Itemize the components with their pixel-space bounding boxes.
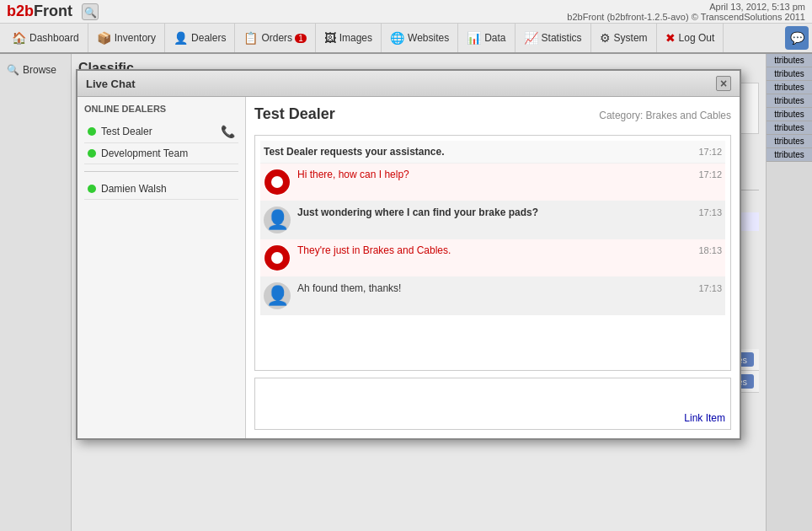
msg-main: They're just in Brakes and Cables. 18:13 xyxy=(297,244,722,256)
chat-dealer-name: Test Dealer xyxy=(254,105,335,123)
dealer-name-damien: Damien Walsh xyxy=(101,183,235,195)
modal-sidebar: Online Dealers Test Dealer 📞 Development… xyxy=(77,97,246,438)
message-row: Hi there, how can I help? 17:12 xyxy=(260,164,725,201)
message-row: They're just in Brakes and Cables. 18:13 xyxy=(260,239,725,277)
message-row: 👤 Ah found them, thanks! 17:13 xyxy=(260,277,725,315)
online-indicator xyxy=(88,149,96,158)
phone-icon[interactable]: 📞 xyxy=(221,125,235,138)
user-avatar: 👤 xyxy=(264,282,291,309)
chat-input[interactable] xyxy=(260,384,725,409)
chat-input-bottom: Link Item xyxy=(260,412,725,424)
dealer-name-devteam: Development Team xyxy=(101,148,235,159)
chat-input-area: Link Item xyxy=(254,378,731,430)
dealer-name-test: Test Dealer xyxy=(101,126,216,137)
modal-overlay: Live Chat × Online Dealers Test Dealer 📞… xyxy=(0,0,812,531)
dealer-item-test[interactable]: Test Dealer 📞 xyxy=(84,121,238,143)
dealer-item-devteam[interactable]: Development Team xyxy=(84,143,238,164)
msg-text: Hi there, how can I help? xyxy=(297,169,409,180)
chat-messages: Test Dealer requests your assistance. 17… xyxy=(254,135,731,371)
msg-time: 18:13 xyxy=(698,245,722,255)
chat-area: Test Dealer Category: Brakes and Cables … xyxy=(246,97,740,438)
modal-body: Online Dealers Test Dealer 📞 Development… xyxy=(77,97,740,438)
dealer-avatar xyxy=(264,244,291,271)
message-row: 👤 Just wondering where I can find your b… xyxy=(260,201,725,239)
chat-header: Test Dealer Category: Brakes and Cables xyxy=(254,105,731,128)
online-indicator xyxy=(88,127,96,136)
msg-main: Just wondering where I can find your bra… xyxy=(297,206,722,218)
online-indicator xyxy=(88,185,96,193)
online-dealers-label: Online Dealers xyxy=(84,104,238,114)
msg-main: Test Dealer requests your assistance. 17… xyxy=(264,146,722,158)
modal-header: Live Chat × xyxy=(77,71,740,97)
dealer-item-damien[interactable]: Damien Walsh xyxy=(84,179,238,200)
chat-category: Category: Brakes and Cables xyxy=(599,110,731,121)
modal-title: Live Chat xyxy=(86,78,136,90)
user-avatar: 👤 xyxy=(264,206,291,233)
msg-main: Ah found them, thanks! 17:13 xyxy=(297,282,722,294)
message-row: Test Dealer requests your assistance. 17… xyxy=(260,141,725,164)
msg-time: 17:12 xyxy=(698,147,722,157)
msg-main: Hi there, how can I help? 17:12 xyxy=(297,169,722,180)
msg-time: 17:13 xyxy=(698,283,722,293)
msg-time: 17:12 xyxy=(698,169,722,180)
close-button[interactable]: × xyxy=(716,76,731,91)
msg-text: They're just in Brakes and Cables. xyxy=(297,244,451,256)
dealer-avatar xyxy=(264,169,291,196)
msg-text: Ah found them, thanks! xyxy=(297,282,401,294)
msg-text: Test Dealer requests your assistance. xyxy=(264,146,445,158)
live-chat-modal: Live Chat × Online Dealers Test Dealer 📞… xyxy=(76,69,741,440)
msg-time: 17:13 xyxy=(698,207,722,217)
link-item-button[interactable]: Link Item xyxy=(684,412,725,424)
dealer-divider xyxy=(84,171,238,172)
msg-text: Just wondering where I can find your bra… xyxy=(297,206,538,218)
